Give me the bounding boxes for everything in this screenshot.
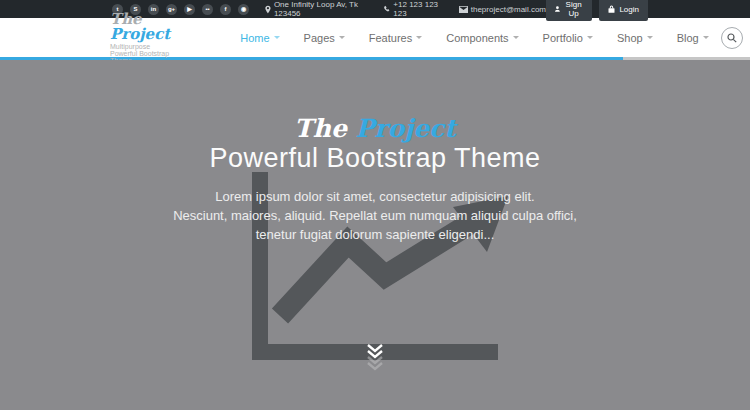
main-nav: Home Pages Features Components Portfolio… bbox=[228, 32, 720, 44]
phone-item: +12 123 123 123 bbox=[384, 0, 444, 18]
sign-up-label: Sign Up bbox=[564, 0, 584, 18]
location-pin-icon bbox=[265, 5, 271, 14]
lock-icon bbox=[608, 5, 615, 13]
contact-info: One Infinity Loop Av, Tk 123456 +12 123 … bbox=[265, 0, 546, 18]
chevron-down-icon bbox=[587, 36, 593, 39]
sign-up-button[interactable]: Sign Up bbox=[546, 0, 592, 21]
dribbble-icon[interactable]: ◉ bbox=[238, 4, 249, 15]
hero-paragraph-line: tenetur fugiat dolorum sapiente eligendi… bbox=[0, 225, 750, 244]
nav-label: Blog bbox=[677, 32, 699, 44]
logo-project: Project bbox=[110, 25, 170, 43]
nav-label: Pages bbox=[304, 32, 335, 44]
nav-label: Features bbox=[369, 32, 412, 44]
auth-buttons: Sign Up Login bbox=[546, 0, 648, 21]
search-icon bbox=[727, 33, 737, 43]
chevron-down-icon bbox=[274, 36, 280, 39]
nav-label: Components bbox=[446, 32, 508, 44]
scroll-down-button[interactable] bbox=[365, 344, 385, 376]
nav-item-home[interactable]: Home bbox=[228, 32, 291, 44]
chevron-down-icon bbox=[416, 36, 422, 39]
nav-item-features[interactable]: Features bbox=[357, 32, 434, 44]
chevron-down-icon bbox=[339, 36, 345, 39]
email-item: theproject@mail.com bbox=[459, 5, 546, 14]
main-header: The Project Multipurpose Powerful Bootst… bbox=[0, 18, 750, 57]
hero-heading: Powerful Bootstrap Theme bbox=[0, 143, 750, 174]
envelope-icon bbox=[459, 6, 468, 13]
double-chevron-down-icon bbox=[365, 344, 385, 372]
phone-text: +12 123 123 123 bbox=[393, 0, 443, 18]
hero-logo-the: The bbox=[294, 114, 347, 143]
header-actions: 3 bbox=[721, 27, 750, 49]
chevron-down-icon bbox=[647, 36, 653, 39]
hero-logo: The Project bbox=[0, 60, 750, 142]
nav-label: Shop bbox=[617, 32, 643, 44]
nav-label: Portfolio bbox=[543, 32, 583, 44]
login-label: Login bbox=[619, 5, 639, 14]
chevron-down-icon bbox=[703, 36, 709, 39]
youtube-icon[interactable]: ▶ bbox=[184, 4, 195, 15]
hero-paragraph-line: Nesciunt, maiores, aliquid. Repellat eum… bbox=[0, 206, 750, 225]
address-item: One Infinity Loop Av, Tk 123456 bbox=[265, 0, 369, 18]
chevron-down-icon bbox=[513, 36, 519, 39]
logo-text: The Project bbox=[110, 12, 170, 42]
hero-paragraph-line: Lorem ipsum dolor sit amet, consectetur … bbox=[0, 187, 750, 206]
site-logo[interactable]: The Project Multipurpose Powerful Bootst… bbox=[110, 12, 170, 64]
email-text: theproject@mail.com bbox=[471, 5, 546, 14]
hero-text-block: The Project Powerful Bootstrap Theme Lor… bbox=[0, 60, 750, 244]
hero-paragraph: Lorem ipsum dolor sit amet, consectetur … bbox=[0, 187, 750, 244]
facebook-icon[interactable]: f bbox=[220, 4, 231, 15]
hero-section: The Project Powerful Bootstrap Theme Lor… bbox=[0, 60, 750, 410]
nav-item-components[interactable]: Components bbox=[434, 32, 530, 44]
flickr-icon[interactable]: •• bbox=[202, 4, 213, 15]
hero-logo-project: Project bbox=[356, 114, 456, 143]
nav-label: Home bbox=[240, 32, 269, 44]
user-icon bbox=[555, 5, 560, 13]
address-text: One Infinity Loop Av, Tk 123456 bbox=[274, 0, 369, 18]
search-button[interactable] bbox=[721, 27, 743, 49]
phone-icon bbox=[384, 5, 391, 13]
nav-item-blog[interactable]: Blog bbox=[665, 32, 721, 44]
login-button[interactable]: Login bbox=[599, 0, 648, 21]
nav-item-portfolio[interactable]: Portfolio bbox=[531, 32, 605, 44]
nav-item-pages[interactable]: Pages bbox=[292, 32, 357, 44]
nav-item-shop[interactable]: Shop bbox=[605, 32, 665, 44]
